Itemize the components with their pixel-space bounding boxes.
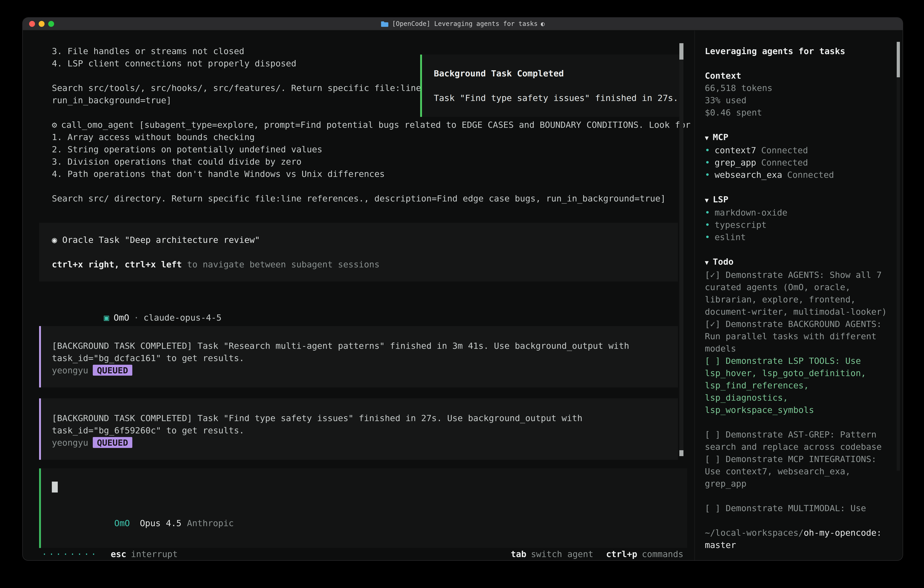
- agent-model: claude-opus-4-5: [144, 312, 221, 322]
- input-model-label: Opus 4.5: [140, 518, 182, 528]
- todo-heading[interactable]: ▼Todo: [705, 256, 889, 269]
- agent-name: OmO: [114, 312, 129, 322]
- fisheye-icon: ◉: [52, 235, 57, 244]
- context-section: Context 66,518 tokens 33% used $0.46 spe…: [705, 69, 889, 119]
- hint-keys: ctrl+x right, ctrl+x left: [52, 259, 182, 269]
- toast-body: Task "Find type safety issues" finished …: [434, 92, 670, 104]
- bullet-icon: •: [705, 145, 710, 155]
- todo-item: [ ] Demonstrate MULTIMODAL: Use: [705, 502, 889, 514]
- terminal-line: 3. Division operations that could divide…: [52, 155, 674, 168]
- ctrlp-key-hint: ctrl+p: [606, 549, 637, 559]
- workspace-repo: oh-my-opencode:: [804, 527, 882, 537]
- progress-icon: ◐: [541, 18, 545, 30]
- gear-icon: ⚙: [52, 120, 57, 130]
- commands-label: commands: [642, 549, 683, 559]
- main-scrollbar-end[interactable]: [679, 450, 683, 456]
- mcp-item: •grep_appConnected: [705, 157, 889, 169]
- mcp-section: ▼MCP •context7Connected •grep_appConnect…: [705, 131, 889, 181]
- commands-hint: ctrl+pcommands: [606, 548, 683, 560]
- todo-item: [ ] Demonstrate MCP INTEGRATIONS: Use co…: [705, 453, 889, 490]
- omo-agent-icon: ▣: [104, 312, 109, 322]
- lsp-heading[interactable]: ▼LSP: [705, 193, 889, 206]
- lsp-item: •markdown-oxide: [705, 206, 889, 219]
- workspace-branch: master: [705, 539, 889, 551]
- message-line: [BACKGROUND TASK COMPLETED] Task "Resear…: [52, 340, 667, 352]
- workspace-dir: ~/local-workspaces/: [705, 527, 804, 537]
- input-agent-label: OmO: [114, 518, 130, 528]
- message-line: task_id="bg_dcfac161" to get results.: [52, 352, 667, 364]
- terminal-line: Search src/ directory. Return specific f…: [52, 192, 674, 205]
- bullet-icon: •: [705, 170, 710, 180]
- spinner-dots: ········: [42, 548, 98, 560]
- todo-item: [✓] Demonstrate BACKGROUND AGENTS: Run p…: [705, 318, 889, 355]
- close-button[interactable]: [29, 21, 35, 27]
- oracle-task-panel: ◉ Oracle Task "Deep architecture review"…: [39, 223, 678, 281]
- chevron-down-icon: ▼: [705, 197, 709, 204]
- folder-icon: [381, 21, 389, 27]
- oracle-title-line: ◉ Oracle Task "Deep architecture review": [52, 234, 665, 246]
- text-cursor: [52, 481, 58, 492]
- mcp-item: •websearch_exaConnected: [705, 169, 889, 181]
- message-line: task_id="bg_6f59260c" to get results.: [52, 424, 667, 436]
- context-heading: Context: [705, 69, 889, 82]
- todo-item: [✓] Demonstrate AGENTS: Show all 7 curat…: [705, 269, 889, 318]
- zoom-button[interactable]: [48, 21, 54, 27]
- terminal-line: 2. String operations on potentially unde…: [52, 143, 674, 155]
- chevron-down-icon: ▼: [705, 134, 709, 141]
- screen: [OpenCode] Leveraging agents for tasks ◐…: [0, 0, 924, 588]
- todo-section: ▼Todo [✓] Demonstrate AGENTS: Show all 7…: [705, 256, 889, 514]
- minimize-button[interactable]: [39, 21, 45, 27]
- esc-key-hint: esc: [111, 548, 126, 560]
- background-task-toast: Background Task Completed Task "Find typ…: [420, 55, 682, 117]
- context-used: 33% used: [705, 94, 889, 106]
- tab-key-hint: tab: [511, 549, 526, 559]
- tool-call-text: call_omo_agent [subagent_type=explore, p…: [61, 120, 690, 130]
- todo-item: [ ] Demonstrate LSP TOOLS: Use lsp_hover…: [705, 355, 889, 416]
- sidebar-scrollbar-thumb[interactable]: [897, 42, 900, 77]
- input-provider-label: Anthropic: [187, 518, 234, 528]
- message-author: yeongyu: [52, 365, 88, 375]
- tab-hint: tabswitch agent: [511, 548, 593, 560]
- bullet-icon: •: [705, 232, 710, 242]
- tool-call-head: ⚙call_omo_agent [subagent_type=explore, …: [52, 119, 674, 131]
- window-title: [OpenCode] Leveraging agents for tasks: [392, 18, 538, 30]
- context-tokens: 66,518 tokens: [705, 82, 889, 94]
- separator-dot: ·: [134, 312, 139, 322]
- oracle-hint-line: ctrl+x right, ctrl+x left to navigate be…: [52, 258, 665, 271]
- message-card: [BACKGROUND TASK COMPLETED] Task "Resear…: [39, 326, 678, 387]
- queued-badge: QUEUED: [93, 365, 132, 376]
- toast-title: Background Task Completed: [434, 67, 670, 79]
- main-scrollbar[interactable]: [679, 43, 683, 456]
- oracle-title: Oracle Task "Deep architecture review": [62, 235, 260, 244]
- mcp-heading[interactable]: ▼MCP: [705, 131, 889, 144]
- message-meta: yeongyuQUEUED: [52, 364, 667, 377]
- terminal-line: 1. Array access without bounds checking: [52, 131, 674, 143]
- lsp-item: •eslint: [705, 231, 889, 243]
- titlebar: [OpenCode] Leveraging agents for tasks ◐: [23, 18, 903, 30]
- switch-agent-label: switch agent: [531, 549, 593, 559]
- hint-text: to navigate between subagent sessions: [182, 259, 380, 269]
- mcp-item: •context7Connected: [705, 144, 889, 157]
- message-meta: yeongyuQUEUED: [52, 436, 667, 449]
- bullet-icon: •: [705, 207, 710, 217]
- agent-header: ▣OmO·claude-opus-4-5: [52, 299, 665, 312]
- prompt-input[interactable]: OmOOpus 4.5Anthropic: [39, 468, 687, 548]
- status-bar: ········ esc interrupt tabswitch agent c…: [23, 548, 695, 560]
- interrupt-label: interrupt: [131, 548, 178, 560]
- bullet-icon: •: [705, 220, 710, 230]
- workspace-path: ~/local-workspaces/oh-my-opencode: maste…: [705, 527, 889, 551]
- terminal-window: [OpenCode] Leveraging agents for tasks ◐…: [23, 18, 903, 560]
- session-sidebar: Leveraging agents for tasks Context 66,5…: [695, 30, 903, 560]
- traffic-lights: [29, 18, 54, 30]
- model-info-line: OmOOpus 4.5Anthropic: [52, 505, 676, 542]
- tool-call-block: ⚙call_omo_agent [subagent_type=explore, …: [52, 119, 674, 205]
- session-title: Leveraging agents for tasks: [705, 45, 889, 57]
- input-line[interactable]: [52, 480, 676, 492]
- main-scrollbar-thumb[interactable]: [679, 43, 683, 59]
- bullet-icon: •: [705, 157, 710, 167]
- terminal-line: [52, 180, 674, 192]
- chat-pane: Background Task Completed Task "Find typ…: [23, 30, 695, 560]
- context-spent: $0.46 spent: [705, 106, 889, 119]
- sidebar-scrollbar[interactable]: [897, 42, 900, 471]
- terminal-line: 4. Path operations that don't handle Win…: [52, 168, 674, 180]
